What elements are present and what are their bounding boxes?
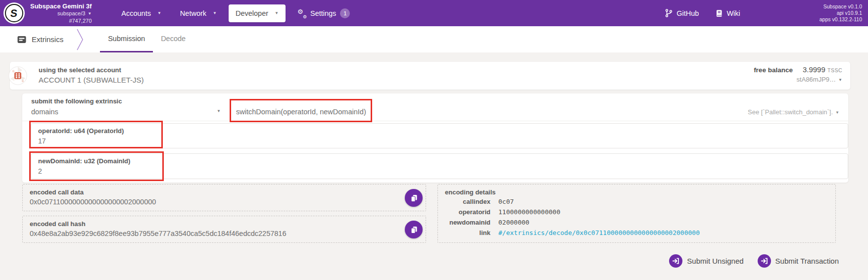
sign-in-icon — [669, 254, 682, 268]
free-balance-value: 3.9999 — [803, 65, 825, 74]
page-content: using the selected account ACCOUNT 1 (SU… — [0, 52, 868, 280]
account-address-short[interactable]: stA86mJP9…▼ — [754, 76, 842, 83]
free-balance-label: free balance — [754, 66, 793, 74]
runtime-version: Subspace v0.1.0 — [820, 3, 862, 10]
nav-developer[interactable]: Developer▼ — [229, 4, 286, 22]
pallet-select[interactable]: domains — [31, 108, 58, 116]
app-window: S Subspace Gemini 3f subspace/3▼ #747,27… — [0, 0, 868, 280]
nav-accounts[interactable]: Accounts▼ — [114, 4, 168, 22]
chain-name: Subspace Gemini 3f — [30, 2, 92, 10]
caret-down-icon: ▼ — [88, 11, 92, 16]
github-link[interactable]: GitHub — [665, 9, 699, 17]
account-balance-block: free balance 3.9999 TSSC stA86mJP9…▼ — [754, 65, 842, 83]
logo-letter: S — [10, 7, 18, 19]
encoding-row-link: link #/extrinsics/decode/0x0c07110000000… — [442, 228, 835, 238]
subspace-logo[interactable]: S — [5, 4, 23, 22]
account-identicon[interactable] — [8, 66, 27, 85]
book-icon — [716, 9, 723, 17]
param-newdomainid[interactable]: newDomainId: u32 (DomainId) 2 — [31, 153, 848, 179]
apps-version: apps v0.132.2-110 — [820, 16, 862, 23]
caret-down-icon: ▼ — [217, 109, 221, 113]
external-links: GitHub Wiki — [665, 9, 740, 17]
nav-settings[interactable]: ⚙⚙ Settings 1 — [290, 3, 357, 23]
section-title: Extrinsics — [17, 26, 63, 52]
token-unit: TSSC — [827, 67, 842, 73]
submit-actions: Submit Unsigned Submit Transaction — [669, 254, 839, 268]
copy-call-data-button[interactable] — [405, 189, 423, 207]
account-select-label: using the selected account — [39, 66, 144, 74]
caret-down-icon: ▼ — [835, 110, 839, 115]
encoded-call-data-value: 0x0c0711000000000000000002000000 — [30, 198, 426, 206]
tab-decode[interactable]: Decode — [153, 26, 193, 52]
tab-submission[interactable]: Submission — [100, 26, 153, 52]
encoded-call-hash-value: 0x48e8a2ab93e929c6829f8ee93b7955e777a354… — [30, 230, 426, 237]
param-value[interactable]: 17 — [38, 137, 848, 145]
nav-network[interactable]: Network▼ — [173, 4, 224, 22]
extrinsics-icon — [17, 35, 27, 44]
wiki-link[interactable]: Wiki — [716, 9, 740, 17]
account-select-card: using the selected account ACCOUNT 1 (SU… — [10, 62, 850, 90]
extrinsic-section-label: submit the following extrinsic — [31, 97, 122, 105]
chain-spec: subspace/3 — [57, 10, 85, 16]
chain-selector[interactable]: Subspace Gemini 3f subspace/3▼ #747,270 — [30, 2, 92, 24]
encoded-call-data-label: encoded call data — [30, 188, 426, 196]
caret-down-icon: ▼ — [213, 11, 217, 15]
section-title-label: Extrinsics — [32, 35, 63, 44]
git-branch-icon — [665, 9, 673, 17]
decode-link[interactable]: #/extrinsics/decode/0x0c0711000000000000… — [498, 228, 700, 238]
param-value[interactable]: 2 — [38, 167, 848, 175]
copy-call-hash-button[interactable] — [405, 221, 423, 238]
page-tab-bar: Extrinsics Submission Decode — [0, 26, 868, 52]
caret-down-icon: ▼ — [275, 11, 279, 15]
encoding-details-label: encoding details — [445, 188, 835, 196]
caret-down-icon: ▼ — [157, 11, 161, 15]
encoding-row-callindex: callindex 0c07 — [442, 196, 835, 207]
chevron-divider-icon — [76, 29, 84, 50]
main-nav: Accounts▼ Network▼ Developer▼ ⚙⚙ Setting… — [114, 3, 357, 23]
param-label: newDomainId: u32 (DomainId) — [38, 157, 848, 165]
tabs: Submission Decode — [100, 26, 193, 52]
encoded-call-hash-box: encoded call hash 0x48e8a2ab93e929c6829f… — [22, 216, 426, 243]
encoded-call-hash-label: encoded call hash — [30, 220, 426, 228]
submit-transaction-button[interactable]: Submit Transaction — [758, 254, 839, 268]
gears-icon: ⚙⚙ — [297, 9, 306, 17]
encoding-details-box: encoding details callindex 0c07 operator… — [437, 184, 836, 243]
copy-icon — [410, 225, 418, 234]
method-select[interactable]: switchDomain(operatorId, newDomainId) — [236, 108, 366, 116]
sign-in-icon — [758, 254, 771, 268]
api-version: api v10.9.1 — [820, 10, 862, 16]
param-label: operatorId: u64 (OperatorId) — [38, 127, 848, 135]
encoding-row-newdomainid: newdomainid 02000000 — [442, 217, 835, 228]
best-block-number: #747,270 — [30, 17, 92, 24]
encoded-call-data-box: encoded call data 0x0c071100000000000000… — [22, 184, 426, 211]
extrinsic-card: submit the following extrinsic domains ▼… — [22, 93, 848, 183]
encoding-row-operatorid: operatorid 1100000000000000 — [442, 207, 835, 217]
account-select[interactable]: using the selected account ACCOUNT 1 (SU… — [39, 66, 144, 84]
method-doc[interactable]: See [`Pallet::switch_domain`].▼ — [748, 108, 839, 116]
settings-badge: 1 — [340, 8, 350, 18]
copy-icon — [410, 193, 418, 202]
divider — [22, 121, 848, 121]
version-info: Subspace v0.1.0 api v10.9.1 apps v0.132.… — [820, 3, 862, 23]
top-menu-bar: S Subspace Gemini 3f subspace/3▼ #747,27… — [0, 0, 868, 26]
submit-unsigned-button[interactable]: Submit Unsigned — [669, 254, 743, 268]
caret-down-icon: ▼ — [838, 78, 842, 82]
selected-account-name: ACCOUNT 1 (SUBWALLET-JS) — [39, 76, 144, 84]
param-operatorid[interactable]: operatorId: u64 (OperatorId) 17 — [31, 123, 848, 148]
